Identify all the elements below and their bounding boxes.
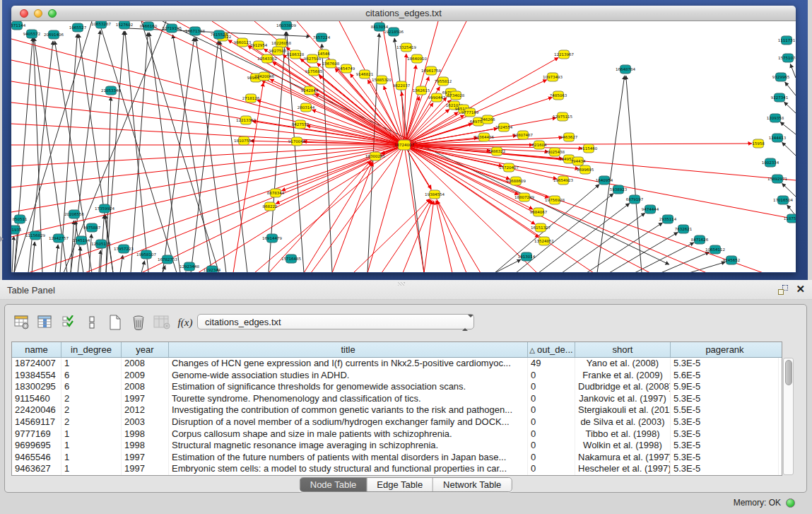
memory-status-dot[interactable] [786, 498, 795, 508]
graph-edge-red[interactable] [404, 145, 707, 272]
table-cell[interactable]: 2009 [122, 370, 169, 382]
table-cell[interactable]: 1 [61, 440, 122, 452]
table-cell[interactable]: 14569117 [12, 416, 61, 428]
table-cell[interactable]: 0 [528, 370, 575, 382]
table-cell[interactable]: Structural magnetic resonance image aver… [169, 440, 528, 452]
row-height-icon[interactable] [83, 314, 100, 331]
graph-edge-red[interactable] [382, 199, 431, 272]
table-cell[interactable]: 22420046 [12, 404, 61, 416]
column-header-title[interactable]: title [169, 342, 528, 357]
table-cell[interactable]: 18300295 [12, 381, 61, 393]
graph-edge-black[interactable] [55, 245, 58, 272]
close-panel-icon[interactable]: ✕ [796, 283, 805, 296]
delete-table-icon[interactable] [130, 314, 147, 331]
table-cell[interactable]: 49 [528, 358, 575, 370]
column-header-in_degree[interactable]: in_degree [61, 342, 122, 357]
function-builder-icon[interactable]: f(x) [177, 314, 194, 331]
import-table-icon[interactable] [153, 314, 170, 331]
create-table-icon[interactable] [107, 314, 124, 331]
graph-edge-red[interactable] [269, 161, 371, 272]
graph-edge-red[interactable] [404, 145, 537, 272]
column-header-pagerank[interactable]: pagerank [671, 342, 779, 357]
table-cell[interactable]: Changes of HCN gene expression and I(f) … [169, 358, 528, 370]
graph-edge-black[interactable] [220, 41, 247, 272]
table-cell[interactable]: Estimation of the future numbers of pati… [169, 452, 528, 464]
table-cell[interactable]: 9463627 [12, 463, 61, 475]
table-cell[interactable]: Genome-wide association studies in ADHD. [169, 370, 528, 382]
graph-edge-black[interactable] [78, 247, 81, 272]
graph-edge-black[interactable] [785, 82, 796, 95]
table-cell[interactable]: 5.3E-5 [671, 416, 779, 428]
graph-edge-black[interactable] [790, 64, 796, 78]
table-cell[interactable]: 6 [61, 381, 122, 393]
table-cell[interactable]: 0 [528, 381, 575, 393]
table-cell[interactable]: 1997 [122, 452, 169, 464]
table-cell[interactable]: 5.5E-5 [671, 404, 779, 416]
graph-edge-red[interactable] [319, 76, 404, 145]
table-cell[interactable]: 1 [61, 452, 122, 464]
table-cell[interactable]: Hescheler et al. (1997) [575, 463, 671, 475]
table-cell[interactable]: 1998 [122, 428, 169, 440]
table-cell[interactable]: Stergiakouli et al. (2012) [575, 404, 671, 416]
graph-edge-black[interactable] [539, 203, 630, 272]
panel-collapse-arrow-icon[interactable] [0, 236, 4, 242]
graph-edge-black[interactable] [626, 76, 642, 272]
table-cell[interactable]: 2 [61, 404, 122, 416]
table-scrollbar-thumb[interactable] [785, 360, 792, 385]
graph-edge-black[interactable] [71, 221, 73, 272]
table-cell[interactable]: 1998 [122, 440, 169, 452]
table-cell[interactable]: 0 [528, 393, 575, 405]
table-cell[interactable]: 2012 [122, 404, 169, 416]
table-cell[interactable]: 18724007 [12, 358, 61, 370]
table-cell[interactable]: 9777169 [12, 428, 61, 440]
table-settings-icon[interactable] [13, 314, 30, 331]
table-cell[interactable]: 9699695 [12, 440, 61, 452]
table-cell[interactable]: 0 [528, 452, 575, 464]
graph-edge-red[interactable] [28, 145, 404, 272]
graph-edge-black[interactable] [782, 183, 796, 197]
graph-edge-red[interactable] [404, 145, 549, 198]
table-cell[interactable]: 1 [61, 428, 122, 440]
table-select-dropdown[interactable]: citations_edges.txt [197, 314, 474, 329]
graph-edge-black[interactable] [287, 32, 304, 272]
table-cell[interactable]: Franke et al. (2009) [575, 370, 671, 382]
graph-edge-red[interactable] [261, 81, 404, 145]
graph-edge-red[interactable] [404, 144, 752, 145]
graph-edge-red[interactable] [11, 145, 404, 166]
graph-edge-black[interactable] [635, 243, 694, 272]
table-cell[interactable]: Jankovic et al. (1997) [575, 393, 671, 405]
graph-edge-red[interactable] [404, 145, 548, 152]
tab-node-table[interactable]: Node Table [300, 478, 367, 491]
graph-edge-black[interactable] [163, 37, 194, 272]
table-cell[interactable]: 1997 [122, 463, 169, 475]
graph-edge-black[interactable] [782, 142, 796, 156]
table-cell[interactable]: Disruption of a novel member of a sodium… [169, 416, 528, 428]
graph-edge-black[interactable] [689, 262, 725, 272]
graph-edge-red[interactable] [11, 145, 404, 212]
table-scrollbar[interactable] [783, 358, 794, 475]
float-panel-icon[interactable] [778, 285, 788, 295]
table-cell[interactable]: 5.3E-5 [671, 358, 779, 370]
graph-edge-red[interactable] [424, 201, 434, 272]
table-cell[interactable]: 1 [61, 358, 122, 370]
table-cell[interactable]: 0 [528, 428, 575, 440]
table-cell[interactable]: Estimation of significance thresholds fo… [169, 381, 528, 393]
graph-edge-red[interactable] [404, 145, 539, 238]
graph-edge-black[interactable] [106, 31, 124, 272]
column-header-name[interactable]: name [12, 342, 61, 357]
table-cell[interactable]: 2008 [122, 358, 169, 370]
column-header-out_de[interactable]: △out_de... [528, 342, 575, 357]
graph-edge-red[interactable] [404, 145, 424, 272]
tab-edge-table[interactable]: Edge Table [367, 478, 433, 491]
table-cell[interactable]: Tibbo et al. (1998) [575, 428, 671, 440]
graph-edge-black[interactable] [32, 242, 35, 272]
table-cell[interactable]: 5.3E-5 [671, 463, 779, 475]
table-cell[interactable]: 5.3E-5 [671, 452, 779, 464]
table-cell[interactable]: 2 [61, 416, 122, 428]
browse-table-icon[interactable] [37, 314, 54, 331]
graph-edge-red[interactable] [311, 145, 404, 272]
table-cell[interactable]: Dudbridge et al. (2008) [575, 381, 671, 393]
graph-edge-black[interactable] [780, 122, 796, 134]
table-cell[interactable]: de Silva et al. (2003) [575, 416, 671, 428]
network-window-titlebar[interactable]: citations_edges.txt [11, 6, 796, 21]
